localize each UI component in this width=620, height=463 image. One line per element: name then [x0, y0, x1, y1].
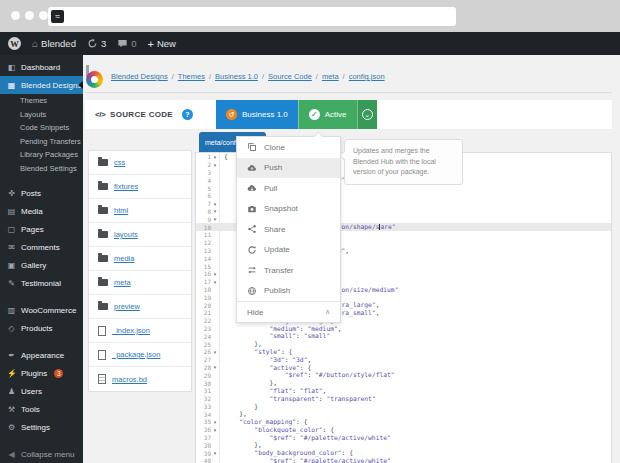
code-line-31[interactable]: 31 "flat": "flat",: [196, 387, 611, 395]
file-item-index-json[interactable]: _index.json: [89, 319, 191, 343]
fold-caret-icon[interactable]: ▾: [211, 154, 219, 160]
code-line-30[interactable]: 30 },: [196, 379, 611, 387]
file-link[interactable]: media: [114, 254, 134, 263]
file-item-fixtures[interactable]: fixtures: [89, 175, 191, 199]
code-line-25[interactable]: 25 },: [196, 340, 611, 348]
fold-caret-icon[interactable]: ▾: [211, 216, 219, 222]
menu-item-transfer[interactable]: Transfer: [237, 260, 340, 281]
source-code-button[interactable]: </> SOURCE CODE ?: [85, 100, 203, 129]
sidebar-item-plugins[interactable]: ⚡Plugins3: [0, 364, 83, 382]
file-link[interactable]: css: [114, 158, 125, 167]
fold-caret-icon[interactable]: ▾: [211, 349, 219, 355]
admin-bar-updates[interactable]: 3: [87, 38, 106, 49]
code-line-28[interactable]: 28▾ "active": {: [196, 364, 611, 372]
breadcrumb-link-meta[interactable]: meta: [322, 72, 339, 81]
file-link[interactable]: macros.bd: [112, 375, 147, 384]
admin-bar-new[interactable]: + New: [148, 38, 176, 50]
admin-bar-site-name[interactable]: ⌂ Blended: [32, 38, 76, 49]
sidebar-item-blended-designs[interactable]: ▦Blended Designs: [0, 76, 83, 94]
code-line-29[interactable]: 29 "$ref": "#/button/style/flat": [196, 371, 611, 379]
sidebar-item-posts[interactable]: ✜Posts: [0, 184, 83, 202]
file-item-layouts[interactable]: layouts: [89, 223, 191, 247]
sidebar-item-collapse-menu[interactable]: ◀Collapse menu: [0, 445, 83, 463]
code-line-27[interactable]: 27 "3d": "3d",: [196, 356, 611, 364]
sidebar-subitem-blended-settings[interactable]: Blended Settings: [0, 162, 83, 176]
fold-caret-icon[interactable]: ▾: [211, 419, 219, 425]
fold-caret-icon[interactable]: ▾: [211, 364, 219, 370]
menu-item-push[interactable]: Push: [237, 158, 340, 179]
sidebar-subitem-themes[interactable]: Themes: [0, 94, 83, 108]
code-line-23[interactable]: 23 "medium": "medium",: [196, 325, 611, 333]
help-icon[interactable]: ?: [182, 109, 193, 120]
file-link[interactable]: layouts: [114, 230, 138, 239]
sidebar-item-pages[interactable]: ▢Pages: [0, 220, 83, 238]
breadcrumb-link-blended-designs[interactable]: Blended Designs: [111, 72, 168, 81]
package-button[interactable]: ↺ Business 1.0: [216, 100, 298, 129]
menu-item-update[interactable]: Update: [237, 240, 340, 261]
code-line-35[interactable]: 35▾ "color_mapping": {: [196, 418, 611, 426]
fold-caret-icon[interactable]: ▾: [211, 162, 219, 168]
file-item-html[interactable]: html: [89, 199, 191, 223]
sidebar-item-products[interactable]: ◇Products: [0, 319, 83, 337]
breadcrumb-link-themes[interactable]: Themes: [178, 72, 205, 81]
code-line-34[interactable]: 34 },: [196, 410, 611, 418]
breadcrumb-link-business-1-0[interactable]: Business 1.0: [215, 72, 258, 81]
sidebar-item-users[interactable]: ♟Users: [0, 382, 83, 400]
code-line-26[interactable]: 26▾ "style": {: [196, 348, 611, 356]
menu-item-clone[interactable]: Clone: [237, 137, 340, 158]
code-line-33[interactable]: 33 }: [196, 403, 611, 411]
sidebar-item-settings[interactable]: ⚙Settings: [0, 418, 83, 436]
code-line-37[interactable]: 37 "$ref": "#/palette/active/white": [196, 434, 611, 442]
menu-item-pull[interactable]: Pull: [237, 178, 340, 199]
wp-logo-icon[interactable]: W: [8, 37, 21, 50]
window-control-icon[interactable]: [39, 11, 48, 20]
sidebar-item-dashboard[interactable]: ◧Dashboard: [0, 58, 83, 76]
actions-dropdown-toggle[interactable]: ⌄: [357, 100, 377, 129]
file-link[interactable]: preview: [114, 302, 140, 311]
file-item-css[interactable]: css: [89, 151, 191, 175]
code-line-38[interactable]: 38 },: [196, 441, 611, 449]
fold-caret-icon[interactable]: ▾: [211, 427, 219, 433]
sidebar-item-media[interactable]: ▤Media: [0, 202, 83, 220]
fold-caret-icon[interactable]: ▾: [211, 271, 219, 277]
breadcrumb-link-config-json[interactable]: config.json: [349, 72, 385, 81]
active-status-button[interactable]: ✓ Active: [298, 100, 357, 129]
sidebar-item-testimonial[interactable]: ✎Testimonial: [0, 274, 83, 292]
file-link[interactable]: _index.json: [112, 326, 150, 335]
sidebar-subitem-layouts[interactable]: Layouts: [0, 108, 83, 122]
file-link[interactable]: html: [114, 206, 128, 215]
fold-caret-icon[interactable]: ▾: [211, 201, 219, 207]
sidebar-item-gallery[interactable]: ▣Gallery: [0, 256, 83, 274]
fold-caret-icon[interactable]: ▾: [211, 208, 219, 214]
fold-caret-icon[interactable]: ▾: [211, 450, 219, 456]
file-item-preview[interactable]: preview: [89, 295, 191, 319]
menu-item-share[interactable]: Share: [237, 219, 340, 240]
admin-bar-comments[interactable]: 0: [117, 38, 136, 49]
sidebar-item-comments[interactable]: ✉Comments: [0, 238, 83, 256]
window-control-icon[interactable]: [11, 11, 20, 20]
file-link[interactable]: fixtures: [114, 182, 138, 191]
code-line-36[interactable]: 36▾ "blockquote_color": {: [196, 426, 611, 434]
file-link[interactable]: _package.json: [112, 350, 160, 359]
fold-caret-icon[interactable]: ▾: [211, 279, 219, 285]
url-bar[interactable]: ≈: [48, 7, 456, 26]
breadcrumb-link-source-code[interactable]: Source Code: [268, 72, 312, 81]
sidebar-item-tools[interactable]: ⚒Tools: [0, 400, 83, 418]
sidebar-subitem-code-snippets[interactable]: Code Snippets: [0, 121, 83, 135]
sidebar-item-woocommerce[interactable]: ▥WooCommerce: [0, 301, 83, 319]
sidebar-item-appearance[interactable]: ✒Appearance: [0, 346, 83, 364]
window-control-icon[interactable]: [25, 11, 34, 20]
code-line-40[interactable]: 40 "$ref": "#/palette/active/white": [196, 457, 611, 463]
sidebar-subitem-pending-transfers[interactable]: Pending Transfers: [0, 135, 83, 149]
menu-item-snapshot[interactable]: Snapshot: [237, 199, 340, 220]
menu-item-hide[interactable]: Hide ∧: [237, 301, 340, 322]
menu-item-publish[interactable]: Publish: [237, 281, 340, 302]
file-item-media[interactable]: media: [89, 247, 191, 271]
sidebar-subitem-library-packages[interactable]: Library Packages: [0, 148, 83, 162]
file-item-package-json[interactable]: _package.json: [89, 343, 191, 367]
file-item-macros-bd[interactable]: macros.bd: [89, 367, 191, 391]
code-line-32[interactable]: 32 "transparent": "transparent": [196, 395, 611, 403]
code-line-24[interactable]: 24 "small": "small": [196, 332, 611, 340]
file-item-meta[interactable]: meta: [89, 271, 191, 295]
code-line-39[interactable]: 39▾ "body_background_color": {: [196, 449, 611, 457]
